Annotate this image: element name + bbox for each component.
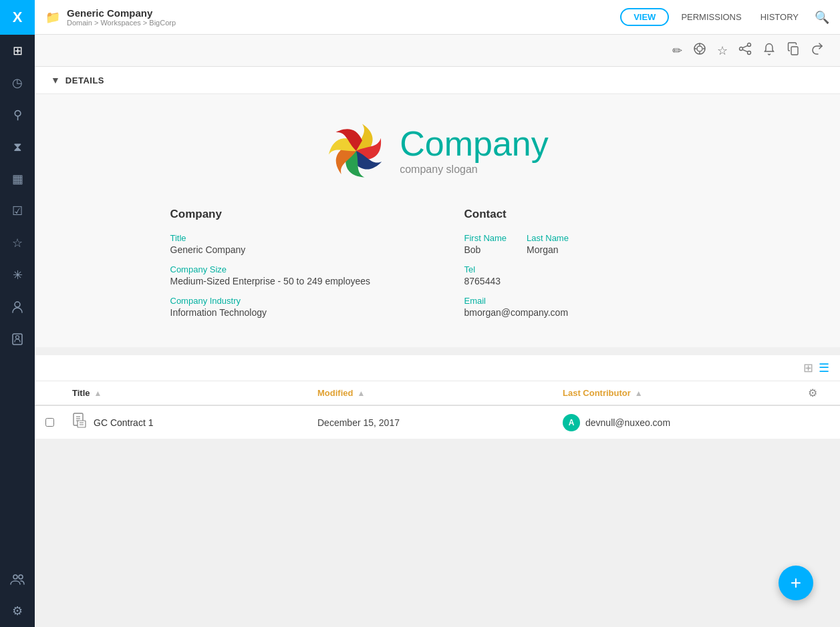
details-header[interactable]: ▼ DETAILS bbox=[35, 67, 840, 94]
content-area: ✏ ☆ ▼ DETAILS bbox=[35, 35, 840, 627]
sidebar-item-checklist[interactable]: ☑ bbox=[0, 195, 35, 227]
target-icon[interactable] bbox=[693, 42, 706, 59]
first-name-field: First Name Bob bbox=[464, 233, 507, 264]
title-sort-arrow[interactable]: ▲ bbox=[94, 389, 102, 398]
sidebar-item-team[interactable] bbox=[0, 563, 35, 595]
svg-line-14 bbox=[742, 45, 747, 47]
breadcrumb: Domain > Workspaces > BigCorp bbox=[67, 19, 176, 27]
topbar-actions: VIEW PERMISSIONS HISTORY 🔍 bbox=[620, 8, 829, 26]
row-contributor: A devnull@nuxeo.com bbox=[563, 414, 808, 431]
sidebar-item-star[interactable]: ☆ bbox=[0, 227, 35, 259]
row-title: GC Contract 1 bbox=[72, 413, 317, 432]
contact-col: Contact First Name Bob Last Name Morgan bbox=[464, 208, 705, 327]
permissions-link[interactable]: PERMISSIONS bbox=[674, 9, 748, 25]
company-col: Company Title Generic Company Company Si… bbox=[170, 208, 411, 327]
company-name-area: Company company slogan bbox=[400, 126, 549, 176]
history-link[interactable]: HISTORY bbox=[754, 9, 805, 25]
table-container: Title ▲ Modified ▲ Last Contributor ▲ ⚙ bbox=[35, 381, 840, 439]
contributor-avatar: A bbox=[563, 414, 580, 431]
svg-point-12 bbox=[740, 47, 743, 51]
export-icon[interactable] bbox=[811, 42, 824, 59]
topbar: 📁 Generic Company Domain > Workspaces > … bbox=[35, 0, 840, 35]
company-slogan: company slogan bbox=[400, 164, 549, 176]
industry-label: Company Industry bbox=[170, 296, 411, 306]
svg-point-6 bbox=[697, 46, 702, 51]
first-name-value: Bob bbox=[464, 244, 507, 255]
share-icon[interactable] bbox=[738, 42, 752, 59]
chevron-down-icon: ▼ bbox=[51, 75, 60, 85]
svg-point-4 bbox=[19, 575, 23, 579]
company-details-grid: Company Title Generic Company Company Si… bbox=[170, 208, 705, 327]
svg-rect-16 bbox=[791, 47, 798, 55]
fab-icon: + bbox=[791, 572, 801, 594]
company-name: Company bbox=[400, 126, 549, 161]
company-logo-area: Company company slogan bbox=[326, 121, 549, 181]
main-area: 📁 Generic Company Domain > Workspaces > … bbox=[35, 0, 840, 627]
row-title-text[interactable]: GC Contract 1 bbox=[94, 417, 153, 428]
fab-button[interactable]: + bbox=[779, 566, 813, 600]
industry-value: Information Technology bbox=[170, 307, 411, 318]
th-modified: Modified ▲ bbox=[317, 388, 563, 398]
sidebar-item-hourglass[interactable]: ⧗ bbox=[0, 131, 35, 163]
row-modified: December 15, 2017 bbox=[317, 417, 563, 428]
contact-col-header: Contact bbox=[464, 208, 705, 221]
svg-point-3 bbox=[13, 575, 17, 579]
logo-x: X bbox=[13, 9, 23, 26]
list-view-icon[interactable]: ☰ bbox=[819, 361, 829, 375]
topbar-folder-icon: 📁 bbox=[45, 10, 60, 25]
sidebar-item-settings[interactable]: ⚙ bbox=[0, 595, 35, 627]
grid-view-icon[interactable]: ⊞ bbox=[803, 361, 813, 375]
th-contributor: Last Contributor ▲ bbox=[563, 388, 808, 398]
sidebar-item-gallery[interactable]: ▦ bbox=[0, 163, 35, 195]
table-row: GC Contract 1 December 15, 2017 A devnul… bbox=[35, 406, 840, 439]
contributor-email: devnull@nuxeo.com bbox=[585, 417, 670, 428]
email-label: Email bbox=[464, 296, 705, 306]
sidebar-item-badge[interactable] bbox=[0, 323, 35, 355]
row-checkbox[interactable] bbox=[45, 418, 72, 427]
contributor-sort-arrow[interactable]: ▲ bbox=[635, 389, 643, 398]
size-value: Medium-Sized Enterprise - 50 to 249 empl… bbox=[170, 276, 411, 286]
svg-point-0 bbox=[15, 302, 20, 307]
company-col-header: Company bbox=[170, 208, 411, 221]
th-title: Title ▲ bbox=[72, 388, 317, 398]
row-checkbox-input[interactable] bbox=[45, 418, 54, 427]
last-name-field: Last Name Morgan bbox=[527, 233, 569, 264]
star-icon[interactable]: ☆ bbox=[717, 43, 728, 58]
modified-sort-arrow[interactable]: ▲ bbox=[357, 389, 365, 398]
list-area: ⊞ ☰ Title ▲ Modified ▲ Last Contr bbox=[35, 355, 840, 439]
svg-rect-21 bbox=[78, 421, 86, 427]
svg-point-13 bbox=[748, 51, 751, 55]
contact-name-row: First Name Bob Last Name Morgan bbox=[464, 233, 705, 264]
search-icon[interactable]: 🔍 bbox=[815, 10, 829, 25]
bell-icon[interactable] bbox=[762, 42, 776, 59]
svg-point-2 bbox=[16, 336, 19, 339]
document-icon bbox=[72, 413, 87, 432]
tel-value: 8765443 bbox=[464, 276, 705, 286]
company-logo bbox=[326, 121, 386, 181]
sidebar-item-asterisk[interactable]: ✳ bbox=[0, 259, 35, 291]
copy-icon[interactable] bbox=[787, 42, 800, 59]
sidebar: X ⊞ ◷ ⚲ ⧗ ▦ ☑ ☆ ✳ ⚙ bbox=[0, 0, 35, 627]
svg-point-11 bbox=[748, 43, 751, 47]
svg-line-15 bbox=[742, 49, 747, 51]
sidebar-item-history[interactable]: ◷ bbox=[0, 67, 35, 99]
sidebar-item-person[interactable] bbox=[0, 291, 35, 323]
table-header: Title ▲ Modified ▲ Last Contributor ▲ ⚙ bbox=[35, 381, 840, 406]
details-label: DETAILS bbox=[65, 75, 104, 85]
topbar-title: Generic Company bbox=[67, 7, 176, 19]
edit-icon[interactable]: ✏ bbox=[672, 43, 682, 58]
view-button[interactable]: VIEW bbox=[620, 8, 669, 26]
company-card: Company company slogan Company Title Gen… bbox=[35, 94, 840, 347]
title-label: Title bbox=[170, 233, 411, 243]
sidebar-item-hierarchy[interactable]: ⊞ bbox=[0, 35, 35, 67]
table-settings-icon[interactable]: ⚙ bbox=[808, 387, 817, 399]
details-section: ▼ DETAILS bbox=[35, 67, 840, 347]
sidebar-item-search[interactable]: ⚲ bbox=[0, 99, 35, 131]
size-label: Company Size bbox=[170, 264, 411, 274]
action-toolbar: ✏ ☆ bbox=[35, 35, 840, 67]
logo-button[interactable]: X bbox=[0, 0, 35, 35]
tel-label: Tel bbox=[464, 264, 705, 274]
title-value: Generic Company bbox=[170, 244, 411, 255]
list-toolbar: ⊞ ☰ bbox=[35, 355, 840, 381]
last-name-value: Morgan bbox=[527, 244, 569, 255]
